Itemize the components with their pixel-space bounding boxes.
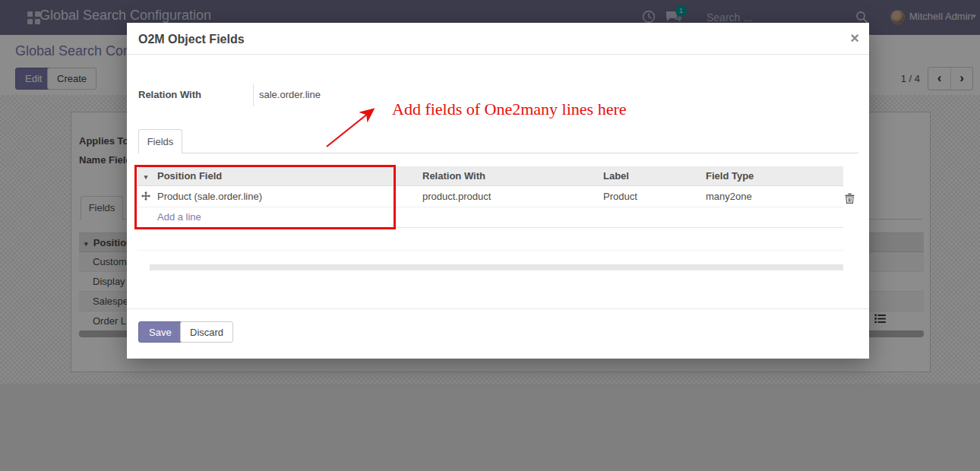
annotation-arrow-icon — [321, 103, 383, 156]
screen: Global Search Configuration 1 Mitchell A… — [0, 0, 980, 471]
table-row[interactable]: Product (sale.order.line) product.produc… — [138, 186, 843, 207]
tab-fields[interactable]: Fields — [138, 129, 182, 153]
save-button[interactable]: Save — [138, 321, 182, 343]
delete-row-trash-icon[interactable] — [845, 193, 855, 207]
cell-position-field[interactable]: Product (sale.order.line) — [154, 186, 417, 207]
cell-label[interactable]: Product — [599, 186, 702, 207]
annotation-text: Add fields of One2many lines here — [392, 100, 627, 119]
sort-caret-icon[interactable]: ▾ — [138, 166, 154, 185]
dialog-footer-divider — [127, 308, 869, 309]
add-a-line-link[interactable]: Add a line — [157, 211, 201, 223]
table-header-row: ▾ Position Field Relation With Label Fie… — [138, 166, 843, 186]
close-icon[interactable]: × — [850, 29, 859, 47]
dialog-header-divider — [127, 54, 869, 55]
drag-handle-icon[interactable] — [138, 186, 154, 207]
add-a-line-row: Add a line — [138, 207, 843, 228]
column-header-field-type[interactable]: Field Type — [702, 166, 843, 185]
dialog-title: O2M Object Fields — [138, 33, 245, 46]
o2m-fields-table: ▾ Position Field Relation With Label Fie… — [138, 166, 843, 251]
column-header-label[interactable]: Label — [599, 166, 702, 185]
empty-row — [138, 228, 843, 251]
table-scrollbar[interactable] — [150, 264, 843, 270]
o2m-object-fields-dialog: O2M Object Fields × Relation With sale.o… — [127, 23, 869, 359]
column-header-position-field[interactable]: Position Field — [154, 166, 417, 185]
column-header-relation-with[interactable]: Relation With — [417, 166, 599, 185]
relation-with-value[interactable]: sale.order.line — [259, 89, 321, 100]
discard-button[interactable]: Discard — [180, 321, 233, 343]
field-separator — [253, 84, 254, 106]
cell-relation-with[interactable]: product.product — [417, 186, 599, 207]
relation-with-label: Relation With — [138, 89, 249, 100]
cell-field-type[interactable]: many2one — [702, 186, 843, 207]
tabbar-divider — [138, 153, 858, 153]
